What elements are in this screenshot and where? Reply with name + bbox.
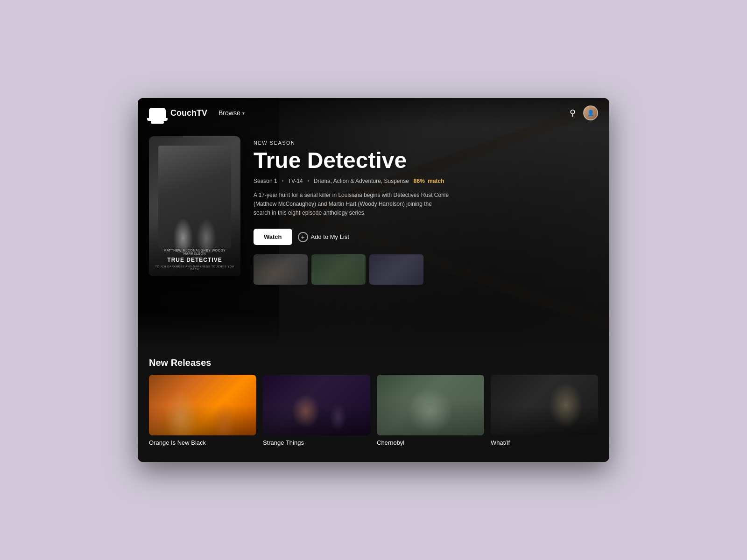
card-thumb-st[interactable]: [263, 375, 370, 435]
poster: MATTHEW McCONAUGHEY WOODY HARRELSON TRUE…: [149, 136, 240, 276]
poster-tagline: TOUCH DARKNESS AND DARKNESS TOUCHES YOU …: [155, 265, 235, 271]
meta-rating: TV-14: [288, 178, 303, 184]
card-title-st: Strange Things: [263, 439, 370, 446]
meta-row: Season 1 TV-14 Drama, Action & Adventure…: [254, 178, 478, 184]
card-title-wi: What/If: [491, 439, 598, 446]
match-badge: 86% match: [414, 178, 444, 184]
hero-bottom-fade: [138, 313, 609, 350]
logo-text: CouchTV: [170, 108, 207, 118]
poster-inner: MATTHEW McCONAUGHEY WOODY HARRELSON TRUE…: [149, 136, 240, 276]
nav-browse[interactable]: Browse ▾: [218, 109, 245, 117]
browse-arrow: ▾: [242, 111, 245, 116]
meta-genres: Drama, Action & Adventure, Suspense: [314, 178, 409, 184]
poster-actors: MATTHEW McCONAUGHEY WOODY HARRELSON: [155, 249, 235, 255]
meta-dot-2: [308, 180, 309, 182]
add-to-list-button[interactable]: + Add to My List: [298, 232, 349, 242]
new-season-badge: NEW SEASON: [254, 140, 478, 146]
main-content: MATTHEW McCONAUGHEY WOODY HARRELSON TRUE…: [138, 98, 609, 462]
card-thumb-wi[interactable]: [491, 375, 598, 435]
logo-icon: [149, 108, 166, 118]
plus-circle-icon: +: [298, 232, 308, 242]
add-list-label: Add to My List: [311, 233, 349, 240]
avatar[interactable]: 👤: [583, 105, 598, 120]
match-label: match: [428, 178, 444, 184]
show-title: True Detective: [254, 148, 478, 173]
card-ch: Chernobyl: [377, 375, 484, 446]
browse-label: Browse: [218, 109, 240, 117]
watch-button[interactable]: Watch: [254, 229, 292, 245]
poster-text-area: MATTHEW McCONAUGHEY WOODY HARRELSON TRUE…: [155, 249, 235, 271]
card-thumb-ch[interactable]: [377, 375, 484, 435]
info-panel: NEW SEASON True Detective Season 1 TV-14…: [254, 140, 478, 285]
navbar: CouchTV Browse ▾ ⚲ 👤: [138, 98, 609, 128]
search-icon[interactable]: ⚲: [570, 108, 576, 118]
card-oitnb: Orange Is New Black: [149, 375, 256, 446]
episode-thumbnails: [254, 254, 478, 285]
episode-thumb-2[interactable]: [311, 254, 366, 285]
card-thumb-oitnb[interactable]: [149, 375, 256, 435]
new-releases-section: New Releases Orange Is New Black Strange…: [138, 350, 609, 462]
new-releases-title: New Releases: [149, 357, 598, 368]
episode-thumb-3[interactable]: [369, 254, 423, 285]
card-st: Strange Things: [263, 375, 370, 446]
episode-thumb-1[interactable]: [254, 254, 308, 285]
nav-right: ⚲ 👤: [570, 105, 598, 120]
logo-area: CouchTV: [149, 108, 207, 118]
poster-title: TRUE DETECTIVE: [155, 257, 235, 263]
meta-season: Season 1: [254, 178, 277, 184]
meta-dot-1: [282, 180, 283, 182]
card-title-oitnb: Orange Is New Black: [149, 439, 256, 446]
action-row: Watch + Add to My List: [254, 229, 478, 245]
description: A 17-year hunt for a serial killer in Lo…: [254, 191, 450, 218]
avatar-initials: 👤: [587, 110, 594, 116]
card-title-ch: Chernobyl: [377, 439, 484, 446]
app-window: CouchTV Browse ▾ ⚲ 👤 MATTHEW McCONAUGHEY…: [138, 98, 609, 462]
cards-row: Orange Is New Black Strange Things Chern…: [149, 375, 598, 446]
card-wi: What/If: [491, 375, 598, 446]
